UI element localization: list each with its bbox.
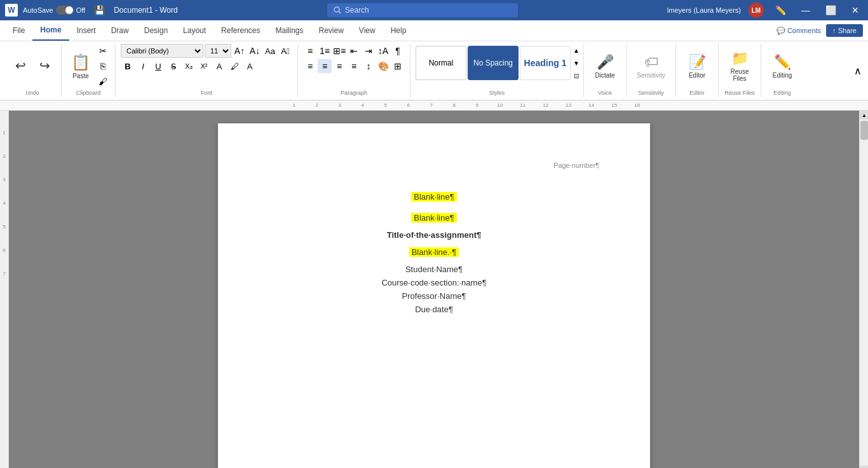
doc-line-4-wrap: Blank·line.·¶ [269, 244, 599, 261]
edit-icon-button[interactable]: ✏️ [771, 4, 790, 17]
autosave-switch[interactable] [56, 6, 74, 15]
reuse-files-icon: 📁 [731, 50, 749, 67]
tab-file[interactable]: File [5, 21, 32, 40]
tab-view[interactable]: View [351, 21, 383, 40]
line-spacing-button[interactable]: ↕ [362, 59, 376, 73]
redo-button[interactable]: ↪ [33, 49, 56, 83]
highlight-button[interactable]: 🖊 [227, 59, 241, 73]
shading-button[interactable]: 🎨 [376, 59, 390, 73]
styles-scroll-up[interactable]: ▲ [572, 44, 581, 57]
clear-format-button[interactable]: A⃝ [278, 44, 292, 58]
doc-title: Document1 - Word [114, 6, 177, 15]
title-bar-left: W AutoSave Off 💾 Document1 - Word [5, 4, 178, 17]
font-grow-button[interactable]: A↑ [233, 44, 247, 58]
style-heading1[interactable]: Heading 1 [520, 46, 571, 80]
font-shrink-button[interactable]: A↓ [248, 44, 262, 58]
styles-scroll-down[interactable]: ▼ [572, 57, 581, 69]
bold-button[interactable]: B [121, 59, 135, 73]
decrease-indent-button[interactable]: ⇤ [347, 44, 361, 58]
comments-button[interactable]: 💬 Comments [771, 24, 826, 38]
save-button[interactable]: 💾 [90, 4, 109, 17]
superscript-button[interactable]: X² [197, 59, 211, 73]
subscript-button[interactable]: X₂ [182, 59, 196, 73]
copy-button[interactable]: ⎘ [96, 59, 110, 73]
scroll-down-button[interactable]: ▼ [860, 465, 868, 468]
sensitivity-button[interactable]: 🏷 Sensitivity [632, 49, 670, 83]
justify-button[interactable]: ≡ [347, 59, 361, 73]
italic-button[interactable]: I [136, 59, 150, 73]
undo-icon: ↩ [15, 58, 26, 73]
tab-design[interactable]: Design [137, 21, 175, 40]
increase-indent-button[interactable]: ⇥ [362, 44, 376, 58]
title-bar-right: lmeyers (Laura Meyers) LM ✏️ — ⬜ ✕ [667, 3, 863, 18]
title-bar: W AutoSave Off 💾 Document1 - Word Search… [0, 0, 868, 20]
cut-button[interactable]: ✂ [96, 44, 110, 58]
doc-line-1: Blank·line¶ [411, 192, 456, 202]
editor-label: Editor [689, 72, 705, 79]
show-formatting-button[interactable]: ¶ [391, 44, 405, 58]
close-button[interactable]: ✕ [848, 4, 863, 17]
paste-button[interactable]: 📋 Paste [67, 49, 95, 83]
ribbon-content: ↩ ↪ Undo 📋 Paste ✂ ⎘ 🖌 Cli [0, 41, 868, 100]
autosave-toggle[interactable]: AutoSave Off [23, 6, 85, 15]
share-button[interactable]: ↑ Share [826, 24, 863, 37]
paragraph-group-label: Paragraph [341, 90, 367, 96]
clipboard-group: 📋 Paste ✂ ⎘ 🖌 Clipboard [62, 44, 116, 97]
font-size-select[interactable]: 11 [205, 44, 231, 58]
tab-home[interactable]: Home [32, 20, 69, 41]
style-normal[interactable]: Normal [416, 46, 466, 80]
scroll-thumb[interactable] [860, 121, 868, 140]
font-row-2: B I U S̶ X₂ X² A 🖊 A [121, 59, 292, 73]
tab-help[interactable]: Help [383, 21, 414, 40]
page-number-line: Page·number¶ [269, 162, 599, 169]
editor-button[interactable]: 📝 Editor [681, 49, 713, 83]
editing-button[interactable]: ✏️ Editing [766, 49, 798, 83]
scroll-up-button[interactable]: ▲ [860, 111, 868, 120]
undo-group-label: Undo [25, 90, 39, 96]
style-no-spacing-label: No Spacing [473, 59, 513, 67]
ribbon-collapse: ∧ [851, 44, 864, 97]
borders-button[interactable]: ⊞ [391, 59, 405, 73]
minimize-button[interactable]: — [797, 4, 814, 17]
tab-insert[interactable]: Insert [69, 21, 104, 40]
editing-icon: ✏️ [774, 54, 791, 71]
text-effect-button[interactable]: A [243, 59, 257, 73]
tab-mailings[interactable]: Mailings [268, 21, 311, 40]
tab-draw[interactable]: Draw [104, 21, 137, 40]
vertical-scrollbar: ▲ ▼ [859, 111, 868, 468]
tab-layout[interactable]: Layout [175, 21, 214, 40]
bullets-button[interactable]: ≡ [303, 44, 317, 58]
multilevel-button[interactable]: ⊞≡ [332, 44, 346, 58]
align-left-button[interactable]: ≡ [303, 59, 317, 73]
maximize-button[interactable]: ⬜ [822, 4, 840, 17]
para-row-2: ≡ ≡ ≡ ≡ ↕ 🎨 ⊞ [303, 59, 405, 73]
align-center-button[interactable]: ≡ [318, 59, 332, 73]
doc-line-1-wrap: Blank·line¶ [269, 188, 599, 205]
undo-group: ↩ ↪ Undo [4, 44, 62, 97]
styles-expand[interactable]: ⊡ [572, 69, 581, 82]
sort-button[interactable]: ↕A [376, 44, 390, 58]
style-no-spacing[interactable]: No Spacing [468, 46, 519, 80]
dictate-button[interactable]: 🎤 Dictate [589, 49, 621, 83]
format-painter-button[interactable]: 🖌 [96, 74, 110, 88]
tab-review[interactable]: Review [311, 21, 351, 40]
change-case-button[interactable]: Aa [263, 44, 277, 58]
undo-button[interactable]: ↩ [9, 49, 32, 83]
document-scroll-area[interactable]: Page·number¶ Blank·line¶ Blank·line¶ Tit… [9, 111, 859, 468]
strikethrough-button[interactable]: S̶ [166, 59, 180, 73]
align-right-button[interactable]: ≡ [332, 59, 346, 73]
search-bar[interactable]: Search [327, 3, 518, 17]
page-number-text: Page·number¶ [553, 162, 599, 169]
underline-button[interactable]: U [151, 59, 165, 73]
font-name-select[interactable]: Calibri (Body) [121, 44, 203, 58]
numbering-button[interactable]: 1≡ [318, 44, 332, 58]
font-color-button[interactable]: A [212, 59, 226, 73]
doc-line-6-wrap: Course·code·section:·name¶ [269, 278, 599, 287]
doc-line-duedate: Due·date¶ [415, 305, 453, 314]
reuse-files-group-label: Reuse Files [724, 90, 755, 96]
tab-references[interactable]: References [214, 21, 268, 40]
reuse-files-button[interactable]: 📁 ReuseFiles [724, 49, 756, 83]
reuse-files-group: 📁 ReuseFiles Reuse Files [719, 44, 761, 97]
editing-label: Editing [773, 72, 792, 79]
ribbon-collapse-button[interactable]: ∧ [851, 62, 864, 79]
